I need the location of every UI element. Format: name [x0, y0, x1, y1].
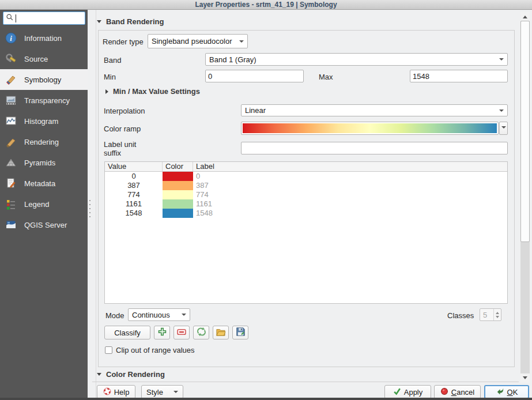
clip-out-of-range-checkbox[interactable]	[105, 346, 112, 354]
sidebar-item-histogram[interactable]: Histogram	[0, 111, 88, 131]
color-ramp-button[interactable]	[241, 122, 499, 135]
column-header-color[interactable]: Color	[163, 162, 193, 171]
column-header-value[interactable]: Value	[105, 162, 163, 171]
cell-label[interactable]: 0	[193, 172, 507, 181]
color-swatch[interactable]	[163, 199, 193, 209]
minmax-settings-header[interactable]: Min / Max Value Settings	[105, 87, 200, 96]
label-unit-suffix-input[interactable]	[241, 142, 508, 154]
window-title: Layer Properties - srtm_41_19 | Symbolog…	[195, 1, 337, 9]
vertical-scrollbar[interactable]	[520, 12, 530, 383]
interpolation-combo[interactable]: Linear	[241, 104, 508, 116]
window-titlebar[interactable]: Layer Properties - srtm_41_19 | Symbolog…	[0, 0, 532, 10]
add-entry-button[interactable]	[154, 326, 170, 339]
source-icon	[5, 52, 17, 65]
band-label: Band	[104, 56, 121, 65]
remove-entry-button[interactable]	[173, 326, 190, 339]
color-swatch[interactable]	[163, 172, 193, 181]
symbology-icon	[5, 73, 17, 86]
cell-label[interactable]: 1161	[193, 199, 507, 209]
sidebar-item-pyramids[interactable]: Pyramids	[0, 152, 88, 173]
apply-button[interactable]: Apply	[384, 385, 431, 399]
sidebar-item-symbology[interactable]: Symbology	[0, 69, 88, 90]
table-row[interactable]: 0 0	[105, 172, 507, 181]
splitter-handle[interactable]	[89, 200, 90, 220]
classes-spinner[interactable]: 5	[480, 308, 501, 321]
sidebar-search-input[interactable]	[18, 14, 82, 22]
cell-value[interactable]: 774	[105, 190, 163, 199]
cell-value[interactable]: 1161	[105, 199, 163, 209]
table-row[interactable]: 1161 1161	[105, 199, 507, 209]
table-row[interactable]: 774 774	[105, 190, 507, 199]
chevron-down-icon	[182, 314, 186, 318]
classification-table[interactable]: Value Color Label 0 0 387 387 774 774 11…	[104, 161, 508, 304]
sidebar-item-source[interactable]: Source	[0, 48, 88, 69]
chevron-down-icon	[499, 58, 504, 63]
cancel-button[interactable]: Cancel	[434, 385, 481, 399]
plus-icon	[157, 327, 167, 338]
table-row[interactable]: 1548 1548	[105, 209, 507, 218]
style-button[interactable]: Style	[141, 385, 183, 399]
band-rendering-header[interactable]: Band Rendering	[97, 17, 164, 26]
scroll-up-button[interactable]	[520, 12, 530, 21]
spin-down-icon	[496, 316, 499, 320]
sidebar-search[interactable]	[3, 12, 85, 25]
ok-button[interactable]: OK	[484, 385, 529, 399]
load-ramp-button[interactable]	[193, 326, 209, 339]
color-swatch[interactable]	[163, 190, 193, 199]
mode-label: Mode	[105, 311, 124, 320]
color-swatch[interactable]	[163, 209, 193, 218]
cell-label[interactable]: 387	[193, 181, 507, 190]
rendering-icon	[5, 135, 17, 148]
sidebar-item-transparency[interactable]: Transparency	[0, 90, 88, 111]
scrollbar-thumb[interactable]	[520, 21, 530, 242]
sidebar-item-label: QGIS Server	[24, 221, 67, 229]
cell-value[interactable]: 0	[105, 172, 163, 181]
sidebar-item-label: Source	[24, 55, 48, 63]
save-disk-icon	[236, 327, 246, 338]
help-button[interactable]: Help	[97, 385, 135, 399]
sidebar-item-legend[interactable]: Legend	[0, 194, 88, 214]
metadata-icon	[5, 177, 17, 190]
clip-out-of-range-label: Clip out of range values	[116, 346, 195, 354]
search-icon	[6, 13, 14, 23]
color-ramp-dropdown-button[interactable]	[499, 122, 508, 135]
cell-value[interactable]: 387	[105, 181, 163, 190]
color-rendering-header[interactable]: Color Rendering	[97, 370, 165, 379]
cell-label[interactable]: 774	[193, 190, 507, 199]
sidebar-item-qgis-server[interactable]: QGIS Server	[0, 214, 88, 235]
cell-value[interactable]: 1548	[105, 209, 163, 218]
band-combo[interactable]: Band 1 (Gray)	[205, 53, 508, 66]
layer-properties-dialog: Layer Properties - srtm_41_19 | Symbolog…	[0, 0, 532, 400]
min-input[interactable]	[205, 70, 304, 82]
qgis-server-icon	[5, 218, 17, 231]
open-file-button[interactable]	[213, 326, 229, 339]
label-unit-suffix-label: Label unit suffix	[104, 140, 151, 157]
chevron-down-icon	[239, 40, 244, 45]
scroll-down-icon	[523, 376, 527, 382]
render-type-label: Render type	[103, 37, 144, 46]
sidebar-item-information[interactable]: i Information	[0, 28, 88, 48]
column-header-label[interactable]: Label	[193, 162, 507, 171]
legend-icon	[5, 198, 17, 210]
footer-separator	[92, 382, 519, 382]
table-row[interactable]: 387 387	[105, 181, 507, 190]
collapse-arrow-icon	[105, 89, 108, 94]
max-input[interactable]	[410, 70, 508, 82]
pyramids-icon	[5, 156, 17, 169]
classes-label: Classes	[447, 311, 474, 320]
svg-text:i: i	[10, 34, 12, 43]
sidebar-item-rendering[interactable]: Rendering	[0, 131, 88, 152]
color-swatch[interactable]	[163, 181, 193, 190]
render-type-combo[interactable]: Singleband pseudocolor	[148, 34, 248, 48]
panel-separator	[96, 10, 96, 398]
scroll-down-button[interactable]	[520, 373, 530, 383]
ok-arrow-icon	[496, 387, 504, 397]
table-header: Value Color Label	[105, 162, 507, 172]
cell-label[interactable]: 1548	[193, 209, 507, 218]
chevron-down-icon	[501, 126, 506, 131]
classify-button[interactable]: Classify	[104, 326, 150, 339]
mode-combo[interactable]: Continuous	[128, 308, 190, 321]
sidebar-item-metadata[interactable]: Metadata	[0, 173, 88, 194]
save-file-button[interactable]	[232, 326, 248, 339]
interpolation-value: Linear	[245, 106, 266, 115]
